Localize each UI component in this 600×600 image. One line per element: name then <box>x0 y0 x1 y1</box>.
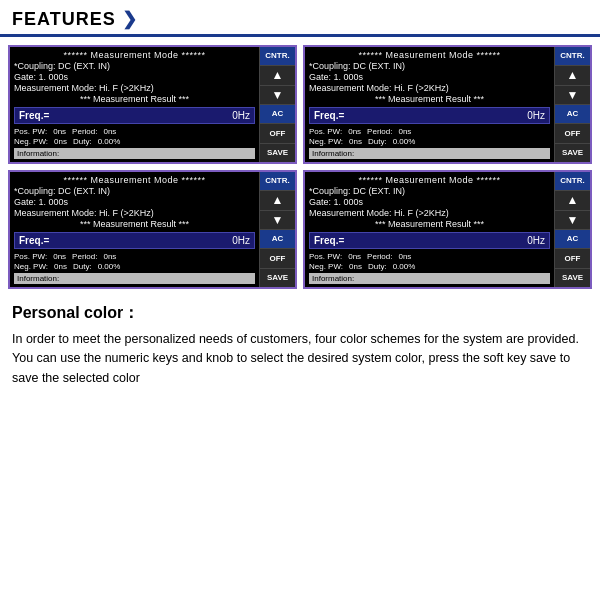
panel-1-off-btn[interactable]: OFF <box>260 124 295 143</box>
panel-2-gate-label: Gate: <box>309 72 331 82</box>
panel-1-coupling-label: *Coupling: <box>14 61 56 71</box>
panel-4-content: ****** Measurement Mode ****** *Coupling… <box>305 172 554 287</box>
panel-4-gate: Gate: 1. 000s <box>309 197 550 207</box>
panel-2-save-btn[interactable]: SAVE <box>555 144 590 162</box>
text-section: Personal color： In order to meet the per… <box>0 295 600 396</box>
panel-4-pw-row1: Pos. PW: 0ns Period: 0ns <box>309 252 550 261</box>
panel-3-period-value: 0ns <box>103 252 116 261</box>
panel-2-period-value: 0ns <box>398 127 411 136</box>
panels-grid: ****** Measurement Mode ****** *Coupling… <box>0 37 600 295</box>
panel-4-pos-pw-label: Pos. PW: <box>309 252 342 261</box>
panel-3-off-btn[interactable]: OFF <box>260 249 295 268</box>
panel-4-mode-line: ****** Measurement Mode ****** <box>309 175 550 185</box>
panel-1-up-btn[interactable]: ▲ <box>260 66 295 85</box>
panel-4-sidebar: CNTR. ▲ ▼ AC OFF SAVE <box>554 172 590 287</box>
panel-1: ****** Measurement Mode ****** *Coupling… <box>8 45 297 164</box>
panel-4-coupling-label: *Coupling: <box>309 186 351 196</box>
panel-4-up-btn[interactable]: ▲ <box>555 191 590 210</box>
panel-3-meas-value: Hi. F (>2KHz) <box>99 208 154 218</box>
panel-3-cntr-btn[interactable]: CNTR. <box>260 172 295 191</box>
panel-3-coupling: *Coupling: DC (EXT. IN) <box>14 186 255 196</box>
panel-1-coupling-value: DC (EXT. IN) <box>58 61 110 71</box>
panel-3-meas-mode: Measurement Mode: Hi. F (>2KHz) <box>14 208 255 218</box>
panel-3-coupling-value: DC (EXT. IN) <box>58 186 110 196</box>
panel-3-duty-label: Duty: <box>73 262 92 271</box>
panel-3-info: Information: <box>14 273 255 284</box>
panel-2-sidebar: CNTR. ▲ ▼ AC OFF SAVE <box>554 47 590 162</box>
panel-4-save-btn[interactable]: SAVE <box>555 269 590 287</box>
panel-1-coupling: *Coupling: DC (EXT. IN) <box>14 61 255 71</box>
panel-3-ac-btn[interactable]: AC <box>260 230 295 249</box>
panel-1-down-btn[interactable]: ▼ <box>260 86 295 105</box>
panel-2-pw-row1: Pos. PW: 0ns Period: 0ns <box>309 127 550 136</box>
panel-3-freq-label: Freq.= <box>19 235 49 246</box>
panel-1-duty-label: Duty: <box>73 137 92 146</box>
panel-2-pos-pw-value: 0ns <box>348 127 361 136</box>
panel-1-period-label: Period: <box>72 127 97 136</box>
panel-2-period-label: Period: <box>367 127 392 136</box>
panel-4-gate-value: 1. 000s <box>334 197 364 207</box>
panel-4-ac-btn[interactable]: AC <box>555 230 590 249</box>
panel-1-gate-value: 1. 000s <box>39 72 69 82</box>
panel-1-gate: Gate: 1. 000s <box>14 72 255 82</box>
panel-2-off-btn[interactable]: OFF <box>555 124 590 143</box>
panel-4-meas-label: Measurement Mode: <box>309 208 392 218</box>
panel-2-mode-line: ****** Measurement Mode ****** <box>309 50 550 60</box>
panel-2-down-btn[interactable]: ▼ <box>555 86 590 105</box>
panel-1-content: ****** Measurement Mode ****** *Coupling… <box>10 47 259 162</box>
panel-2-result: *** Measurement Result *** <box>309 94 550 104</box>
panel-1-meas-mode: Measurement Mode: Hi. F (>2KHz) <box>14 83 255 93</box>
panel-3-pw-row2: Neg. PW: 0ns Duty: 0.00% <box>14 262 255 271</box>
header-arrow: ❯ <box>122 8 137 30</box>
panel-4-off-btn[interactable]: OFF <box>555 249 590 268</box>
panel-2-pw-row2: Neg. PW: 0ns Duty: 0.00% <box>309 137 550 146</box>
panel-4-info: Information: <box>309 273 550 284</box>
panel-4-meas-mode: Measurement Mode: Hi. F (>2KHz) <box>309 208 550 218</box>
panel-1-gate-label: Gate: <box>14 72 36 82</box>
panel-2-up-btn[interactable]: ▲ <box>555 66 590 85</box>
panel-3-content: ****** Measurement Mode ****** *Coupling… <box>10 172 259 287</box>
panel-3-duty-value: 0.00% <box>98 262 121 271</box>
panel-3-period-label: Period: <box>72 252 97 261</box>
panel-2-duty-label: Duty: <box>368 137 387 146</box>
panel-4-neg-pw-value: 0ns <box>349 262 362 271</box>
panel-4-down-btn[interactable]: ▼ <box>555 211 590 230</box>
panel-1-meas-label: Measurement Mode: <box>14 83 97 93</box>
panel-3-mode-line: ****** Measurement Mode ****** <box>14 175 255 185</box>
panel-4-freq-value: 0Hz <box>527 235 545 246</box>
panel-1-meas-value: Hi. F (>2KHz) <box>99 83 154 93</box>
panel-4-gate-label: Gate: <box>309 197 331 207</box>
panel-2-cntr-btn[interactable]: CNTR. <box>555 47 590 66</box>
panel-2-neg-pw-label: Neg. PW: <box>309 137 343 146</box>
panel-4-period-value: 0ns <box>398 252 411 261</box>
panel-3-sidebar: CNTR. ▲ ▼ AC OFF SAVE <box>259 172 295 287</box>
panel-1-result: *** Measurement Result *** <box>14 94 255 104</box>
panel-1-neg-pw-value: 0ns <box>54 137 67 146</box>
panel-1-save-btn[interactable]: SAVE <box>260 144 295 162</box>
panel-2-freq-label: Freq.= <box>314 110 344 121</box>
panel-3: ****** Measurement Mode ****** *Coupling… <box>8 170 297 289</box>
panel-4-cntr-btn[interactable]: CNTR. <box>555 172 590 191</box>
panel-3-gate-label: Gate: <box>14 197 36 207</box>
panel-3-down-btn[interactable]: ▼ <box>260 211 295 230</box>
panel-2-coupling: *Coupling: DC (EXT. IN) <box>309 61 550 71</box>
panel-4-result: *** Measurement Result *** <box>309 219 550 229</box>
panel-1-pw-row2: Neg. PW: 0ns Duty: 0.00% <box>14 137 255 146</box>
panel-2-duty-value: 0.00% <box>393 137 416 146</box>
panel-3-up-btn[interactable]: ▲ <box>260 191 295 210</box>
panel-4-period-label: Period: <box>367 252 392 261</box>
panel-2-meas-value: Hi. F (>2KHz) <box>394 83 449 93</box>
panel-3-save-btn[interactable]: SAVE <box>260 269 295 287</box>
panel-4-neg-pw-label: Neg. PW: <box>309 262 343 271</box>
panel-4-pw-row2: Neg. PW: 0ns Duty: 0.00% <box>309 262 550 271</box>
panel-1-freq-label: Freq.= <box>19 110 49 121</box>
panel-1-cntr-btn[interactable]: CNTR. <box>260 47 295 66</box>
panel-2-neg-pw-value: 0ns <box>349 137 362 146</box>
panel-2-content: ****** Measurement Mode ****** *Coupling… <box>305 47 554 162</box>
panel-2: ****** Measurement Mode ****** *Coupling… <box>303 45 592 164</box>
panel-2-meas-mode: Measurement Mode: Hi. F (>2KHz) <box>309 83 550 93</box>
panel-2-ac-btn[interactable]: AC <box>555 105 590 124</box>
panel-1-ac-btn[interactable]: AC <box>260 105 295 124</box>
panel-3-pos-pw-label: Pos. PW: <box>14 252 47 261</box>
panel-4-freq-label: Freq.= <box>314 235 344 246</box>
